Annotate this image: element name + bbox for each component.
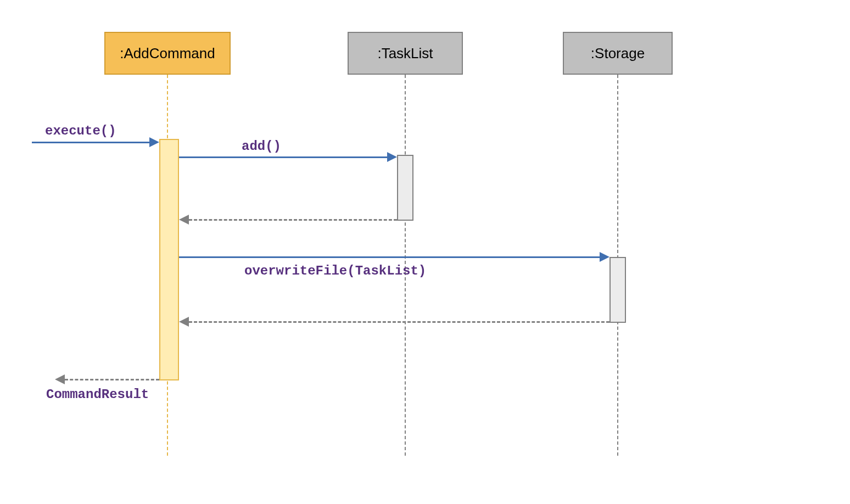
msg-add-arrowhead	[387, 152, 397, 162]
msg-add-label: add()	[242, 139, 281, 154]
participant-storage: :Storage	[563, 32, 673, 75]
msg-result-arrowhead	[55, 374, 65, 384]
msg-result-line	[65, 379, 159, 380]
msg-result-label: CommandResult	[46, 387, 149, 402]
participant-addcommand: :AddCommand	[104, 32, 231, 75]
participant-tasklist: :TaskList	[348, 32, 463, 75]
participant-tasklist-label: :TaskList	[377, 45, 433, 62]
participant-storage-label: :Storage	[591, 45, 645, 62]
msg-overwrite-line	[179, 256, 603, 258]
msg-execute-arrowhead	[149, 137, 159, 147]
activation-tasklist	[397, 155, 413, 221]
msg-execute-line	[32, 142, 154, 143]
msg-overwrite-return-arrowhead	[179, 317, 189, 327]
activation-storage	[609, 257, 626, 323]
msg-execute-label: execute()	[45, 124, 116, 138]
activation-addcommand	[159, 139, 179, 380]
msg-overwrite-arrowhead	[600, 252, 609, 262]
msg-add-return-arrowhead	[179, 215, 189, 225]
msg-add-return-line	[189, 219, 397, 221]
participant-addcommand-label: :AddCommand	[120, 45, 215, 62]
msg-overwrite-label: overwriteFile(TaskList)	[244, 264, 426, 278]
msg-add-line	[179, 156, 392, 158]
msg-overwrite-return-line	[189, 321, 609, 323]
